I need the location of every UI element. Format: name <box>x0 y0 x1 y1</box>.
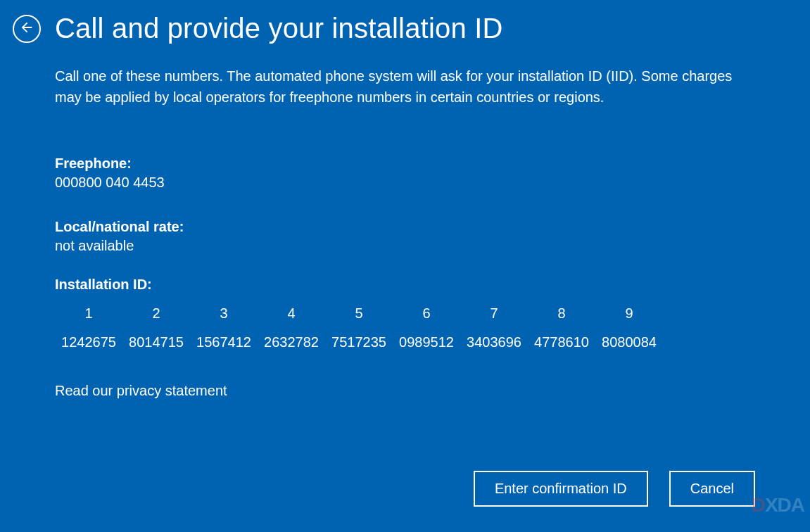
local-rate-value: not available <box>55 238 755 254</box>
watermark-part2: XDA <box>765 494 804 516</box>
watermark: DXDA <box>752 494 804 517</box>
description-text: Call one of these numbers. The automated… <box>55 65 755 108</box>
page-title: Call and provide your installation ID <box>55 13 503 44</box>
privacy-statement-link[interactable]: Read our privacy statement <box>55 383 755 399</box>
back-arrow-icon <box>19 20 34 38</box>
iid-col-header: 8 <box>528 305 595 322</box>
cancel-button[interactable]: Cancel <box>669 471 755 507</box>
iid-group: 0989512 <box>393 334 460 350</box>
local-rate-label: Local/national rate: <box>55 219 755 235</box>
freephone-label: Freephone: <box>55 156 755 172</box>
back-button[interactable] <box>13 15 41 43</box>
iid-group: 8080084 <box>595 334 663 350</box>
iid-col-header: 3 <box>190 305 258 322</box>
iid-col-header: 2 <box>122 305 190 322</box>
iid-group: 8014715 <box>122 334 190 350</box>
iid-col-header: 5 <box>325 305 393 322</box>
iid-group: 3403696 <box>460 334 528 350</box>
iid-group: 2632782 <box>258 334 325 350</box>
installation-id-columns: 1 2 3 4 5 6 7 8 9 <box>55 305 755 322</box>
iid-group: 4778610 <box>528 334 595 350</box>
installation-id-label: Installation ID: <box>55 277 755 293</box>
iid-group: 1242675 <box>55 334 122 350</box>
iid-group: 7517235 <box>325 334 393 350</box>
iid-col-header: 4 <box>258 305 325 322</box>
enter-confirmation-id-button[interactable]: Enter confirmation ID <box>474 471 648 507</box>
iid-col-header: 7 <box>460 305 528 322</box>
iid-col-header: 9 <box>595 305 663 322</box>
installation-id-values: 1242675 8014715 1567412 2632782 7517235 … <box>55 334 755 350</box>
iid-group: 1567412 <box>190 334 258 350</box>
freephone-value: 000800 040 4453 <box>55 175 755 191</box>
iid-col-header: 6 <box>393 305 460 322</box>
iid-col-header: 1 <box>55 305 122 322</box>
